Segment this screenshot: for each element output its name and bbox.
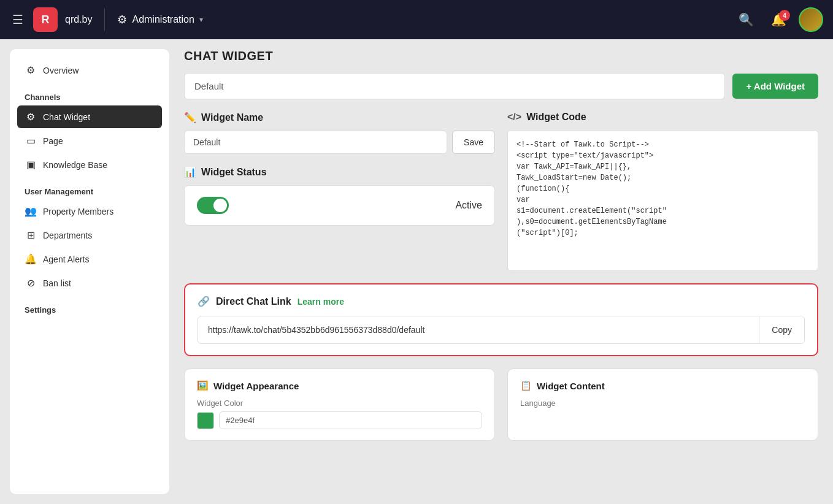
widget-selector-input[interactable] <box>184 73 725 99</box>
sidebar-item-page[interactable]: ▭ Page <box>17 129 162 152</box>
widget-code-section: </> Widget Code <!--Start of Tawk.to Scr… <box>507 112 818 271</box>
learn-more-link[interactable]: Learn more <box>298 297 344 307</box>
toggle-knob <box>213 199 227 212</box>
sidebar-item-label: Departments <box>43 231 92 240</box>
ban-list-icon: ⊘ <box>25 277 37 289</box>
widget-color-label: Widget Color <box>197 399 482 408</box>
sidebar-item-knowledge-base[interactable]: ▣ Knowledge Base <box>17 153 162 176</box>
notification-bell-button[interactable]: 🔔 4 <box>766 10 791 29</box>
settings-section-label: Settings <box>17 298 162 318</box>
widget-code-section-label: Widget Code <box>526 112 586 123</box>
language-label: Language <box>520 399 805 408</box>
agent-alerts-icon: 🔔 <box>25 253 37 265</box>
search-icon[interactable]: 🔍 <box>734 10 759 29</box>
top-navigation: ☰ R qrd.by ⚙ Administration ▾ 🔍 🔔 4 <box>0 0 833 39</box>
color-swatch[interactable] <box>197 412 214 429</box>
user-management-section-label: User Management <box>17 180 162 200</box>
brand-name: qrd.by <box>65 14 92 25</box>
sidebar-item-departments[interactable]: ⊞ Departments <box>17 224 162 246</box>
sidebar-item-agent-alerts[interactable]: 🔔 Agent Alerts <box>17 248 162 270</box>
add-widget-button[interactable]: + Add Widget <box>732 74 818 99</box>
sidebar: ⚙ Overview Channels ⚙ Chat Widget ▭ Page… <box>10 49 169 494</box>
direct-chat-link-section: 🔗 Direct Chat Link Learn more Copy <box>184 283 818 356</box>
widget-status-section: 📊 Widget Status Active <box>184 166 495 226</box>
code-icon: </> <box>507 112 521 123</box>
color-input-row <box>197 411 482 429</box>
widget-name-code-row: ✏️ Widget Name Save 📊 Widget Status <box>184 112 818 271</box>
admin-chevron-icon: ▾ <box>199 15 203 24</box>
widget-status-section-label: Widget Status <box>201 167 267 178</box>
sidebar-item-overview[interactable]: ⚙ Overview <box>17 59 162 82</box>
sidebar-item-label: Property Members <box>43 207 113 216</box>
direct-chat-title: Direct Chat Link <box>216 296 291 307</box>
admin-menu[interactable]: ⚙ Administration ▾ <box>117 13 202 26</box>
widget-name-input-row: Save <box>184 131 495 154</box>
knowledge-base-icon: ▣ <box>25 159 37 170</box>
chat-widget-icon: ⚙ <box>25 111 37 123</box>
sidebar-item-chat-widget[interactable]: ⚙ Chat Widget <box>17 105 162 128</box>
status-icon: 📊 <box>184 166 196 178</box>
direct-chat-header: 🔗 Direct Chat Link Learn more <box>198 296 805 307</box>
sidebar-item-label: Knowledge Base <box>43 160 107 170</box>
avatar-image <box>800 9 822 31</box>
widget-appearance-label: Widget Appearance <box>213 381 299 391</box>
admin-gear-icon: ⚙ <box>117 13 127 26</box>
chat-link-url-input[interactable] <box>198 316 759 343</box>
departments-icon: ⊞ <box>25 229 37 241</box>
property-members-icon: 👥 <box>25 205 37 217</box>
app-logo: R <box>33 7 58 32</box>
channels-section-label: Channels <box>17 85 162 105</box>
main-layout: ⚙ Overview Channels ⚙ Chat Widget ▭ Page… <box>0 39 833 504</box>
chat-link-row: Copy <box>198 316 805 344</box>
widget-status-toggle[interactable] <box>197 197 229 214</box>
widget-content-section: 📋 Widget Content Language <box>507 368 818 441</box>
sidebar-item-label: Page <box>43 136 63 146</box>
bottom-row: 🖼️ Widget Appearance Widget Color 📋 Widg… <box>184 368 818 441</box>
widget-name-section-label: Widget Name <box>201 112 263 123</box>
menu-icon[interactable]: ☰ <box>10 10 26 29</box>
overview-icon: ⚙ <box>25 64 37 76</box>
widget-name-section: ✏️ Widget Name Save 📊 Widget Status <box>184 112 495 271</box>
logo-letter: R <box>42 13 50 26</box>
save-button[interactable]: Save <box>452 131 495 154</box>
nav-divider <box>104 9 105 31</box>
sidebar-item-property-members[interactable]: 👥 Property Members <box>17 200 162 223</box>
notification-badge: 4 <box>779 10 790 21</box>
status-label: Active <box>455 200 482 211</box>
sidebar-item-label: Overview <box>43 66 79 75</box>
widget-name-input[interactable] <box>184 131 447 154</box>
widget-appearance-section: 🖼️ Widget Appearance Widget Color <box>184 368 495 441</box>
widget-content-label: Widget Content <box>537 381 605 391</box>
sidebar-item-label: Chat Widget <box>43 112 90 122</box>
link-icon: 🔗 <box>198 296 210 307</box>
user-avatar[interactable] <box>799 7 823 32</box>
sidebar-item-label: Ban list <box>43 278 71 288</box>
main-content: CHAT WIDGET + Add Widget ✏️ Widget Name … <box>179 49 823 494</box>
admin-label: Administration <box>132 14 194 25</box>
edit-icon: ✏️ <box>184 112 196 123</box>
page-icon: ▭ <box>25 135 37 147</box>
sidebar-item-label: Agent Alerts <box>43 254 90 264</box>
sidebar-item-ban-list[interactable]: ⊘ Ban list <box>17 272 162 294</box>
appearance-icon: 🖼️ <box>197 380 209 391</box>
copy-button[interactable]: Copy <box>759 316 804 343</box>
page-title: CHAT WIDGET <box>184 49 818 63</box>
widget-code-header: </> Widget Code <box>507 112 818 123</box>
widget-status-header: 📊 Widget Status <box>184 166 495 178</box>
content-icon: 📋 <box>520 380 532 391</box>
widget-status-box: Active <box>184 185 495 226</box>
widget-name-header: ✏️ Widget Name <box>184 112 495 123</box>
widget-appearance-header: 🖼️ Widget Appearance <box>197 380 482 391</box>
widget-selector-row: + Add Widget <box>184 73 818 99</box>
color-value-input[interactable] <box>219 411 482 429</box>
widget-code-box[interactable]: <!--Start of Tawk.to Script--> <script t… <box>507 130 818 271</box>
widget-content-header: 📋 Widget Content <box>520 380 805 391</box>
